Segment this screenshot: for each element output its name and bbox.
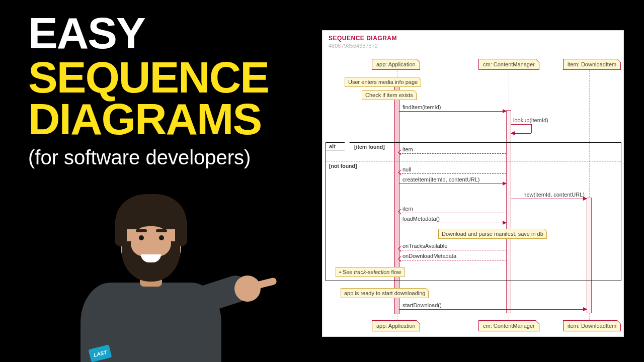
msg-loadmetadata: loadMetadata() [399,218,506,225]
participant-item-bottom: item: DownloadItem [563,320,621,331]
alt-guard-found: [item found] [354,144,385,150]
presenter-brow [156,229,167,232]
msg-finditem: findItem(itemId) [399,106,506,113]
participant-app-top: app: Application [372,59,420,70]
subtitle: (for software developers) [28,146,320,169]
msg-new-item: new(itemId, contentURL) [511,194,587,201]
alt-label: alt [326,142,345,150]
presenter-eye [159,235,164,240]
presenter-brow [136,229,147,232]
presenter-finger [255,277,277,289]
title-line-3: DIAGRAMS [28,98,320,140]
alt-divider [326,161,621,161]
participant-item-top: item: DownloadItem [563,59,621,70]
participant-app-bottom: app: Application [372,320,420,331]
msg-startdownload: startDownload() [399,304,587,311]
title-line-2: SEQUENCE [28,56,320,99]
note-download-manifest: Download and parse manifest, save in db [438,229,547,239]
diagram-title: SEQUENCE DIAGRAM [329,35,397,42]
title-line-1: EASY [28,12,320,54]
alt-guard-notfound: [not found] [329,163,357,169]
msg-ondlmeta: onDownloadMetadata [399,255,506,262]
sequence-diagram-panel: SEQUENCE DIAGRAM 4606798564687872 app: A… [322,30,624,337]
msg-createitem: createItem(itemId, contentURL) [399,178,506,186]
participant-cm-bottom: cm: ContentManager [478,320,539,331]
note-see-flow: • See track-selection flow [336,267,405,277]
presenter-eye [139,235,144,240]
msg-ontracks: onTracksAvailable [399,245,506,252]
participant-cm-top: cm: ContentManager [478,59,539,70]
msg-null-return: null [399,168,506,175]
title-block: EASY SEQUENCE DIAGRAMS (for software dev… [28,12,320,169]
thumbnail-stage: EASY SEQUENCE DIAGRAMS (for software dev… [0,0,644,362]
note-enter-page: User enters media info page [345,77,421,87]
diagram-subid: 4606798564687872 [329,43,378,49]
note-ready: app is ready to start downloading [341,288,429,298]
presenter-illustration: LAST [60,191,242,362]
presenter-hand [234,276,261,302]
msg-item-return: item [399,148,506,155]
note-check-exists: Check if item exists [362,90,417,100]
msg-item-return-2: item [399,208,506,215]
sequence-diagram: SEQUENCE DIAGRAM 4606798564687872 app: A… [323,31,623,336]
